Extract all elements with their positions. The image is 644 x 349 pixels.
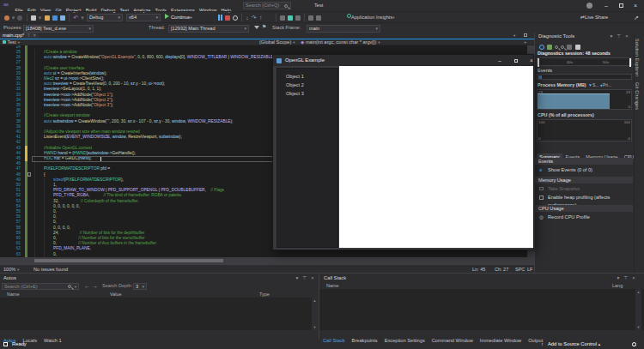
diag-settings-icon[interactable] [539, 45, 544, 50]
document-tab-bar: main.cpp*⊤× ▾ [0, 33, 534, 39]
search-icon [68, 285, 71, 288]
side-tab-git-changes[interactable]: Git Changes [635, 82, 640, 110]
maximize-button[interactable] [509, 55, 523, 66]
nav-back-icon[interactable] [4, 15, 9, 21]
nav-project-dropdown[interactable]: Test▾ [3, 39, 20, 45]
pin-icon[interactable]: ⊤ [616, 33, 623, 40]
search-forward-icon[interactable]: → [92, 280, 98, 292]
memory-usage-section-header: Memory Usage [535, 177, 633, 184]
save-icon[interactable] [52, 15, 58, 21]
stop-debugging-icon[interactable] [225, 15, 230, 21]
filter-threads-icon[interactable] [254, 26, 259, 29]
account-avatar[interactable] [586, 3, 592, 9]
zoom-in-icon[interactable] [555, 45, 558, 49]
minimize-button[interactable]: – [493, 55, 507, 66]
close-icon[interactable]: × [630, 274, 637, 282]
timeline-ruler[interactable]: 40s 50s [537, 57, 632, 66]
nav-scope-dropdown[interactable]: (Global Scope)▾ [259, 39, 295, 45]
quick-search-input[interactable]: Search (Ctrl+Q) [243, 2, 291, 9]
editor-horizontal-scrollbar[interactable] [0, 257, 534, 264]
new-file-icon[interactable] [31, 15, 36, 21]
break-all-icon[interactable] [218, 15, 222, 21]
comment-icon[interactable] [288, 15, 293, 21]
search-back-icon[interactable]: ← [84, 280, 90, 292]
platform-select[interactable]: x64▾ [126, 14, 161, 21]
column-header-value[interactable]: Value [110, 291, 122, 298]
popup-title-bar[interactable]: OpenGL Example – × [273, 55, 533, 66]
opengl-example-window[interactable]: OpenGL Example – × Object 1Object 2Objec… [272, 54, 534, 250]
timeline-handle-right[interactable] [629, 58, 631, 67]
record-cpu-profile-button[interactable]: ◎Record CPU Profile [535, 214, 633, 221]
column-header-lang[interactable]: Lang [612, 282, 623, 289]
column-header-type[interactable]: Type [259, 291, 270, 298]
nav-member-dropdown[interactable]: ◆ main(int argc, const char * argv[])▾ [301, 39, 380, 45]
outline-icon[interactable] [295, 15, 301, 21]
minimize-button[interactable]: – [600, 0, 612, 11]
close-tab-icon[interactable]: × [33, 33, 36, 38]
chevron-down-icon[interactable]: ▾ [294, 274, 301, 282]
solution-config-select[interactable]: Debug▾ [87, 14, 123, 21]
tree-item[interactable]: Object 3 [286, 89, 304, 98]
column-header-name[interactable]: Name [326, 282, 339, 289]
flag-threads-icon[interactable]: ⚑ [262, 21, 266, 33]
panel-title: Autos [3, 274, 16, 282]
autos-grid[interactable]: ▲ ▼ [0, 298, 318, 330]
fold-marker-icon[interactable]: – [27, 172, 32, 177]
lifecycle-events-button[interactable]: Lifecycle Events ▾ [100, 24, 145, 32]
show-events-link[interactable]: ≡Show Events (0 of 0) [535, 166, 633, 174]
notifications-bell-icon[interactable] [632, 342, 636, 346]
take-snapshot-button[interactable]: Take Snapshot [535, 185, 633, 193]
bookmark-icon[interactable] [280, 15, 285, 21]
close-button[interactable]: × [629, 0, 641, 11]
pin-icon[interactable]: ⊤ [27, 33, 30, 38]
float-window-icon[interactable] [524, 33, 527, 37]
checkbox-icon [539, 196, 544, 200]
maximize-button[interactable] [615, 0, 627, 11]
tree-view[interactable]: Object 1Object 2Object 3 [276, 68, 338, 248]
process-select[interactable]: [18408] Test_d.exe▾ [23, 25, 94, 33]
reset-view-icon[interactable] [567, 45, 572, 50]
restart-icon[interactable] [233, 15, 238, 21]
diag-export-icon[interactable] [547, 45, 552, 50]
call-stack-grid[interactable]: ▲ ▼ [319, 289, 644, 330]
chevron-down-icon[interactable]: ▾ [615, 274, 622, 282]
camera-icon [539, 187, 544, 190]
tree-item[interactable]: Object 1 [286, 72, 304, 81]
close-icon[interactable]: × [309, 274, 316, 282]
column-header-name[interactable]: Name [7, 291, 20, 298]
navigate-icon[interactable] [316, 15, 321, 21]
event-marker-icon [538, 75, 542, 79]
chevron-down-icon: ▾ [75, 284, 76, 290]
close-button[interactable]: × [525, 55, 538, 66]
scrollbar-thumb[interactable] [34, 259, 223, 262]
thread-select[interactable]: [12932] Main Thread▾ [168, 25, 249, 33]
play-icon [165, 14, 169, 19]
open-folder-icon[interactable] [45, 15, 50, 21]
pin-icon[interactable]: ⊤ [623, 274, 629, 282]
events-swimlane[interactable] [537, 74, 632, 80]
side-tab-solution-explorer[interactable]: Solution Explorer [635, 39, 640, 76]
search-depth-select[interactable]: 3▾ [133, 283, 147, 290]
tab-list-chevron-icon[interactable]: ▾ [513, 33, 515, 39]
save-all-icon[interactable] [60, 15, 65, 21]
continue-button[interactable]: Continue ▾ [165, 14, 192, 21]
grid-scrollbar[interactable]: ▲ ▼ [635, 289, 641, 330]
chevron-down-icon[interactable]: ▾ [608, 33, 615, 40]
nav-forward-icon[interactable] [17, 15, 22, 21]
tab-main-cpp[interactable]: main.cpp*⊤× [0, 33, 39, 39]
autos-search-input[interactable]: Search (Ctrl+E) ▾ [2, 283, 79, 290]
pin-icon[interactable]: ⊤ [301, 274, 308, 282]
thread-label: Thread: [149, 24, 165, 32]
create-report-icon[interactable] [575, 45, 580, 50]
tree-item[interactable]: Object 2 [286, 81, 304, 89]
zoom-out-icon[interactable] [561, 45, 564, 49]
publish-arrow-icon: ↑ [541, 340, 544, 349]
nav-add-icon[interactable]: + [524, 39, 526, 45]
stack-frame-select[interactable]: main▾ [307, 25, 380, 33]
heap-profiling-toggle[interactable]: Enable heap profiling (affects performan… [535, 194, 633, 202]
grid-scrollbar[interactable]: ▲ ▼ [312, 298, 318, 330]
close-icon[interactable]: × [623, 33, 630, 40]
add-to-source-control-button[interactable]: Add to Source Control ▴ [548, 340, 600, 349]
find-in-files-icon[interactable] [308, 15, 313, 21]
application-insights-button[interactable]: Application Insights ▾ [347, 14, 395, 21]
